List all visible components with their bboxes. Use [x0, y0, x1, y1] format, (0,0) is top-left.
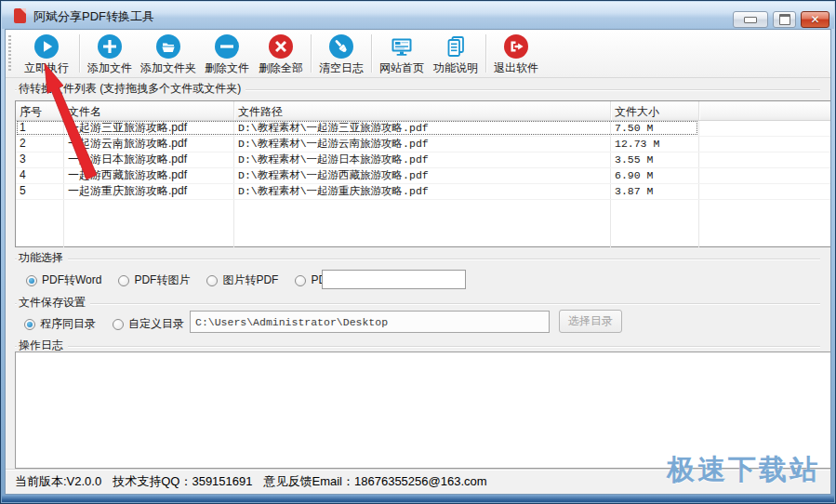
app-pdf-icon [14, 8, 26, 23]
column-header-name[interactable]: 文件名 [64, 101, 234, 120]
cell-name: 一起游云南旅游攻略.pdf [64, 137, 234, 152]
cell-size: 3.87 M [611, 184, 699, 199]
cell-no: 5 [16, 184, 64, 199]
toolbar-separator [485, 34, 486, 73]
cell-size: 7.50 M [611, 121, 699, 136]
add-folder-icon [155, 33, 181, 60]
radio-custom-dir[interactable] [113, 319, 124, 330]
radio-label[interactable]: PDF转Word [42, 272, 101, 288]
cell-path: D:\教程素材\一起游云南旅游攻略.pdf [234, 137, 611, 152]
website-home-icon [389, 33, 415, 60]
help-doc-button[interactable]: 功能说明 [429, 30, 483, 77]
cell-path: D:\教程素材\一起游三亚旅游攻略.pdf [234, 121, 611, 136]
cell-no: 4 [16, 168, 64, 183]
column-header-spacer [699, 101, 830, 120]
close-button[interactable]: ✕ [801, 11, 829, 28]
maximize-icon [779, 14, 790, 25]
column-header-path[interactable]: 文件路径 [234, 101, 611, 120]
save-section-label: 文件保存设置 [17, 296, 90, 309]
website-home-button[interactable]: 网站首页 [375, 30, 429, 77]
radio-pdf-to-word[interactable] [26, 275, 37, 286]
cell-name: 一起游三亚旅游攻略.pdf [64, 121, 234, 136]
remove-all-icon [268, 33, 294, 60]
cell-path: D:\教程素材\一起游重庆旅游攻略.pdf [234, 184, 611, 199]
window-title: 阿斌分享PDF转换工具 [33, 8, 154, 25]
radio-pdf-to-image[interactable] [118, 275, 129, 286]
cell-path: D:\教程素材\一起游日本旅游攻略.pdf [234, 153, 611, 167]
toolbar-grip[interactable] [8, 35, 11, 72]
log-section-header: 操作日志 [15, 338, 820, 351]
radio-label[interactable]: PDF转图片 [134, 272, 190, 288]
radio-label[interactable]: 自定义目录 [128, 316, 184, 332]
add-folder-button[interactable]: 添加文件夹 [137, 30, 200, 77]
exit-icon [503, 33, 529, 60]
save-path-input[interactable] [190, 311, 550, 333]
minimize-button[interactable] [733, 11, 768, 28]
table-row[interactable]: 2 一起游云南旅游攻略.pdf D:\教程素材\一起游云南旅游攻略.pdf 12… [16, 137, 830, 153]
status-version: 当前版本:V2.0.0 [15, 473, 101, 490]
cell-name: 一起游重庆旅游攻略.pdf [64, 184, 234, 199]
cell-no: 1 [16, 121, 64, 136]
file-list-section-header: 待转换文件列表 (支持拖拽多个文件或文件夹) [15, 81, 820, 94]
watermark-text: 极速下载站 [667, 451, 820, 489]
cell-path: D:\教程素材\一起游西藏旅游攻略.pdf [234, 168, 611, 183]
radio-label[interactable]: 程序同目录 [40, 316, 96, 332]
status-email: 意见反馈Email：18676355256@163.com [264, 473, 487, 490]
function-section-label: 功能选择 [17, 251, 68, 264]
help-doc-icon [443, 33, 469, 60]
toolbar-separator [311, 34, 312, 73]
minimize-icon [744, 17, 757, 23]
add-file-icon [97, 33, 123, 60]
cell-size: 3.55 M [611, 153, 699, 167]
remove-file-icon [214, 33, 240, 60]
table-body: 1 一起游三亚旅游攻略.pdf D:\教程素材\一起游三亚旅游攻略.pdf 7.… [16, 121, 830, 247]
table-row[interactable]: 5 一起游重庆旅游攻略.pdf D:\教程素材\一起游重庆旅游攻略.pdf 3.… [16, 184, 830, 200]
play-icon [33, 33, 60, 60]
close-icon: ✕ [810, 14, 819, 25]
cell-name: 一起游西藏旅游攻略.pdf [64, 168, 234, 183]
save-radio-group: 程序同目录 自定义目录 [24, 316, 201, 332]
clear-log-icon [328, 33, 354, 60]
cell-no: 2 [16, 137, 64, 152]
choose-dir-button[interactable]: 选择目录 [559, 310, 622, 333]
function-radio-group: PDF转Word PDF转图片 图片转PDF PDF加密 [26, 272, 372, 288]
table-row[interactable]: 1 一起游三亚旅游攻略.pdf D:\教程素材\一起游三亚旅游攻略.pdf 7.… [16, 121, 830, 137]
status-qq: 技术支持QQ：359151691 [113, 473, 252, 490]
table-row[interactable]: 3 一起游日本旅游攻略.pdf D:\教程素材\一起游日本旅游攻略.pdf 3.… [16, 153, 830, 168]
exit-button[interactable]: 退出软件 [489, 30, 543, 77]
add-file-button[interactable]: 添加文件 [83, 30, 137, 77]
client-area: 立即执行 添加文件 添加文件夹 [5, 29, 831, 495]
log-section-label: 操作日志 [17, 338, 68, 351]
file-list-table[interactable]: 序号 文件名 文件路径 文件大小 1 一起游三亚旅游攻略.pdf D:\教程素材… [15, 100, 831, 247]
titlebar: 阿斌分享PDF转换工具 ✕ [2, 2, 834, 29]
cell-name: 一起游日本旅游攻略.pdf [64, 153, 234, 167]
column-header-no[interactable]: 序号 [16, 101, 64, 120]
column-header-size[interactable]: 文件大小 [611, 101, 699, 120]
password-input[interactable] [322, 270, 466, 289]
toolbar-separator [371, 34, 372, 73]
clear-log-button[interactable]: 清空日志 [314, 30, 368, 77]
radio-image-to-pdf[interactable] [206, 275, 218, 286]
cell-size: 12.73 M [611, 137, 699, 152]
radio-label[interactable]: 图片转PDF [222, 272, 278, 288]
toolbar: 立即执行 添加文件 添加文件夹 [6, 30, 830, 78]
table-header: 序号 文件名 文件路径 文件大小 [16, 101, 830, 121]
maximize-button[interactable] [773, 11, 796, 28]
cell-size: 6.90 M [611, 168, 699, 183]
table-row[interactable]: 4 一起游西藏旅游攻略.pdf D:\教程素材\一起游西藏旅游攻略.pdf 6.… [16, 168, 830, 184]
execute-button[interactable]: 立即执行 [17, 30, 76, 77]
radio-pdf-encrypt[interactable] [295, 275, 306, 286]
function-section-header: 功能选择 [15, 250, 820, 263]
toolbar-separator [79, 34, 80, 73]
radio-same-dir[interactable] [24, 319, 35, 330]
remove-file-button[interactable]: 删除文件 [200, 30, 254, 77]
save-section-header: 文件保存设置 [15, 295, 820, 308]
cell-no: 3 [16, 153, 64, 167]
remove-all-button[interactable]: 删除全部 [254, 30, 308, 77]
file-list-section-label: 待转换文件列表 (支持拖拽多个文件或文件夹) [17, 82, 245, 95]
app-window: 阿斌分享PDF转换工具 ✕ 立即执行 添加文件 [0, 0, 836, 504]
